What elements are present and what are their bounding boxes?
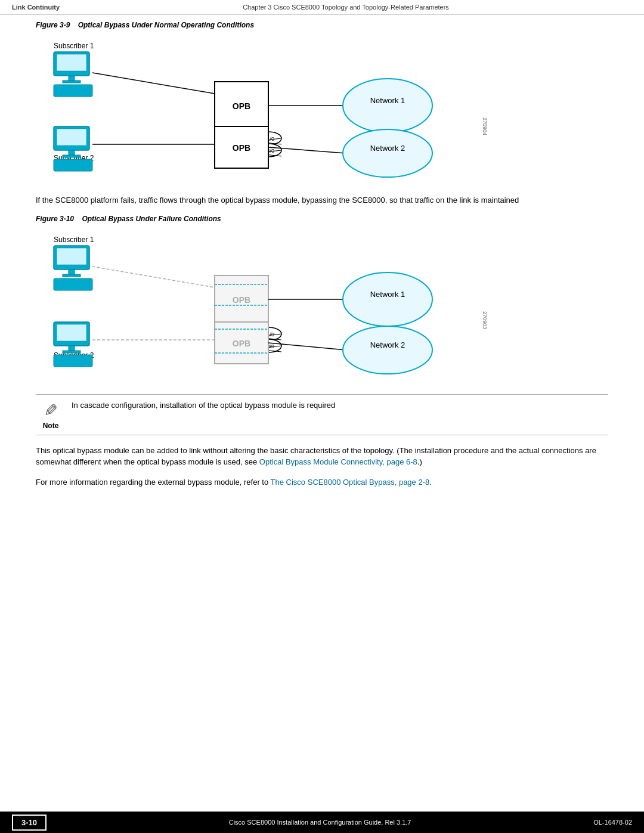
svg-text:270904: 270904 <box>482 117 488 135</box>
note-label: Note <box>43 422 59 430</box>
footer-right-text: OL-16478-02 <box>593 819 632 826</box>
paragraph2: This optical bypass module can be added … <box>36 445 608 468</box>
svg-point-49 <box>343 272 432 326</box>
svg-text:OPB: OPB <box>233 143 250 153</box>
link-optical-bypass-connectivity[interactable]: Optical Bypass Module Connectivity, page… <box>259 457 417 466</box>
svg-rect-41 <box>63 274 80 277</box>
svg-line-6 <box>92 73 215 94</box>
figure10-title: Figure 3-10 Optical Bypass Under Failure… <box>36 215 608 223</box>
svg-rect-67 <box>63 351 80 353</box>
svg-rect-26 <box>57 129 86 145</box>
svg-text:Subscriber 1: Subscriber 1 <box>54 42 94 50</box>
svg-text:Network 2: Network 2 <box>370 144 405 153</box>
svg-rect-2 <box>57 54 86 71</box>
footer-page-number: 3-10 <box>12 815 47 831</box>
footer-center-text: Cisco SCE8000 Installation and Configura… <box>47 819 593 826</box>
svg-rect-65 <box>57 324 86 341</box>
svg-rect-5 <box>54 85 92 97</box>
svg-line-43 <box>92 267 215 287</box>
note-icon-area: ✎ Note <box>36 400 66 430</box>
svg-text:Network 1: Network 1 <box>370 290 405 299</box>
figure9-title: Figure 3-9 Optical Bypass Under Normal O… <box>36 21 608 29</box>
svg-rect-28 <box>63 155 80 157</box>
note-text: In cascade configuration, installation o… <box>66 400 335 411</box>
svg-text:OPB: OPB <box>233 101 250 111</box>
svg-point-34 <box>343 129 432 177</box>
svg-text:OPB: OPB <box>233 295 250 305</box>
paragraph1: If the SCE8000 platform fails, traffic f… <box>36 194 608 206</box>
svg-point-75 <box>343 326 432 374</box>
footer: 3-10 Cisco SCE8000 Installation and Conf… <box>0 812 644 833</box>
svg-rect-3 <box>69 76 75 80</box>
svg-rect-42 <box>54 278 92 290</box>
note-box: ✎ Note In cascade configuration, install… <box>36 394 608 435</box>
svg-rect-29 <box>54 159 92 171</box>
svg-text:Network 2: Network 2 <box>370 340 405 349</box>
header: Link Continuity Chapter 3 Cisco SCE8000 … <box>0 0 644 15</box>
svg-text:Subscriber 1: Subscriber 1 <box>54 236 94 244</box>
header-left: Link Continuity <box>12 4 60 11</box>
figure10-diagram: Subscriber 1 OPB Network 1 <box>36 228 608 385</box>
paragraph3: For more information regarding the exter… <box>36 476 608 488</box>
svg-text:OPB: OPB <box>233 339 250 348</box>
svg-text:Network 1: Network 1 <box>370 96 405 105</box>
svg-rect-27 <box>69 150 75 155</box>
svg-rect-66 <box>69 346 75 351</box>
pencil-icon: ✎ <box>44 401 58 420</box>
svg-rect-68 <box>54 355 92 367</box>
svg-rect-39 <box>57 248 86 265</box>
header-center: Chapter 3 Cisco SCE8000 Topology and Top… <box>60 4 632 11</box>
main-content: Figure 3-9 Optical Bypass Under Normal O… <box>0 15 644 502</box>
link-cisco-sce8000-optical[interactable]: The Cisco SCE8000 Optical Bypass, page 2… <box>271 478 430 487</box>
svg-rect-40 <box>69 270 75 274</box>
svg-text:270903: 270903 <box>482 311 488 329</box>
svg-rect-4 <box>63 80 80 83</box>
svg-point-10 <box>343 79 432 132</box>
figure9-diagram: Subscriber 1 OPB Network 1 <box>36 34 608 185</box>
